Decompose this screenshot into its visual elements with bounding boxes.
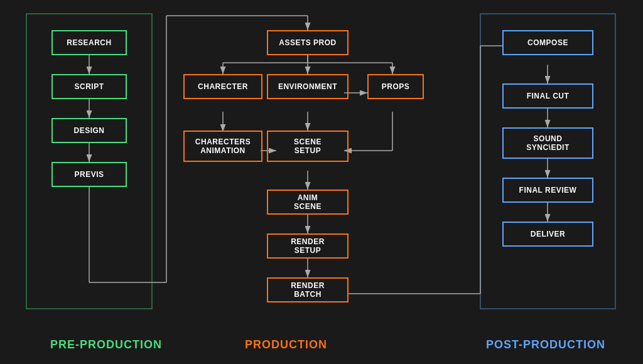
research-box: RESEARCH (51, 30, 127, 55)
svg-rect-2 (480, 14, 615, 309)
assets-prod-box: ASSETS PROD (267, 30, 349, 55)
sound-sync-box: SOUND SYNC\EDIT (502, 127, 593, 159)
charecters-animation-box: CHARECTERS ANIMATION (183, 131, 262, 162)
charecter-box: CHARECTER (183, 74, 262, 99)
post-production-label: POST-PRODUCTION (486, 338, 605, 351)
design-box: DESIGN (51, 118, 127, 143)
environment-box: ENVIRONMENT (267, 74, 349, 99)
props-box: PROPS (367, 74, 424, 99)
diagram: RESEARCH SCRIPT DESIGN PREVIS ASSETS PRO… (0, 0, 643, 364)
pre-production-label: PRE-PRODUCTION (50, 338, 162, 351)
production-label: PRODUCTION (245, 338, 327, 351)
compose-box: COMPOSE (502, 30, 593, 55)
final-review-box: FINAL REVIEW (502, 178, 593, 203)
render-setup-box: RENDER SETUP (267, 233, 349, 259)
render-batch-box: RENDER BATCH (267, 277, 349, 302)
previs-box: PREVIS (51, 162, 127, 187)
anim-scene-box: ANIM SCENE (267, 190, 349, 215)
final-cut-box: FINAL CUT (502, 83, 593, 109)
deliver-box: DELIVER (502, 222, 593, 247)
scene-setup-box: SCENE SETUP (267, 131, 349, 162)
svg-rect-1 (26, 14, 152, 309)
script-box: SCRIPT (51, 74, 127, 99)
